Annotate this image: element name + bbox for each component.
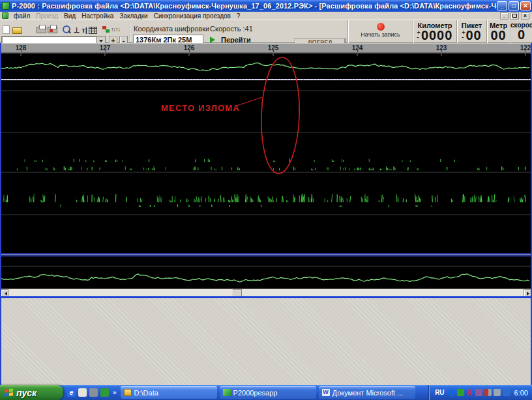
show-desktop-icon[interactable] (78, 388, 87, 397)
task-button-explorer[interactable]: D:\Data (121, 386, 217, 399)
system-tray: RU K 6:00 (429, 385, 532, 400)
horizontal-scrollbar[interactable] (0, 288, 532, 296)
record-icon[interactable] (377, 23, 385, 31)
task-button-p2000[interactable]: P2000pesapp (220, 386, 316, 399)
mdi-minimize-button[interactable]: _ (500, 12, 509, 20)
p2000-app-icon (223, 389, 231, 396)
windows-logo-icon (5, 388, 13, 396)
minimize-button[interactable]: _ (497, 1, 507, 10)
menu-view[interactable]: Вид (64, 12, 81, 20)
start-button[interactable]: пуск (0, 385, 63, 400)
speed-label: Скорость :41 (210, 25, 253, 33)
zoom-icon[interactable] (62, 25, 71, 35)
go-arrow-icon (210, 37, 218, 43)
record-label: Начать запись (348, 31, 413, 38)
meter-value: 00 (490, 29, 506, 41)
menu-bar: файл Проезд Вид Настройка Закладки Синхр… (0, 12, 532, 20)
coordinate-label: Координата шифровки (134, 25, 209, 33)
folder-icon (124, 389, 132, 396)
menu-settings[interactable]: Настройка (81, 12, 119, 20)
window-title: Р-2000 : Расшифровка файла <D:\DATA\Крас… (12, 2, 497, 10)
document-icon (2, 12, 8, 19)
task-button-word[interactable]: W Документ Microsoft ... (319, 386, 415, 399)
counter-kilometer: Километр +- 0000 (413, 20, 457, 44)
print-color-icon[interactable] (48, 27, 57, 33)
menu-help[interactable]: ? (237, 12, 246, 20)
network-tray-icon[interactable] (503, 389, 510, 396)
close-button[interactable]: ✕ (520, 1, 531, 10)
flags-icon[interactable] (102, 25, 111, 35)
maximize-button[interactable]: □ (509, 1, 519, 10)
title-bar: Р-2000 : Расшифровка файла <D:\DATA\Крас… (0, 0, 532, 12)
break-ellipse-annotation (259, 57, 301, 174)
internet-explorer-icon[interactable]: e (67, 388, 76, 397)
bluetooth-tray-icon[interactable] (448, 389, 455, 396)
antivirus-tray-icon[interactable]: K (466, 389, 473, 396)
mdi-restore-button[interactable] (510, 12, 519, 20)
speed-value: 0 (518, 29, 525, 40)
kilometer-ruler: 128 127 126 125 124 123 122 (0, 43, 532, 53)
counter-picket: Пикет +- 00 (457, 20, 487, 44)
app-icon (2, 2, 10, 10)
kilometer-value: 0000 (421, 29, 453, 41)
picket-stepper[interactable]: +- (462, 31, 465, 40)
text-marks-icon[interactable]: т| (80, 25, 89, 35)
media-app-icon[interactable] (100, 388, 109, 397)
language-indicator[interactable]: RU (435, 389, 444, 396)
toolbar: ⊥ т| ↑↓↑↓ + - Координата шифровки 1376Км… (0, 20, 532, 43)
taskbar: пуск e » D:\Data P2000pesapp W Документ … (0, 385, 532, 400)
menu-file[interactable]: файл (14, 12, 36, 20)
picket-value: 00 (466, 29, 482, 41)
system-tool-icon[interactable] (89, 388, 98, 397)
toolbar-separator (130, 23, 131, 41)
counter-meter: Метр 00 (487, 20, 510, 44)
defectogram-chart: МЕСТО ИЗЛОМА (0, 53, 532, 288)
annotation-pointer-line (237, 97, 262, 106)
clock[interactable]: 6:00 (514, 389, 528, 397)
new-icon[interactable] (3, 25, 10, 34)
record-cell: Начать запись (348, 20, 413, 44)
grid-icon[interactable] (89, 27, 97, 34)
security-tray-icon[interactable] (494, 389, 501, 396)
update-tray-icon[interactable] (484, 389, 492, 396)
overflow-chevron-icon[interactable]: » (113, 389, 117, 396)
menu-ride: Проезд (36, 12, 64, 20)
empty-bottom-pane (0, 298, 532, 385)
print-icon[interactable] (37, 27, 46, 33)
menu-sync[interactable]: Синхронизация проездов (154, 12, 237, 20)
quick-launch: e » (63, 388, 121, 397)
violet-tray-icon[interactable] (475, 389, 482, 396)
desktop: Р-2000 : Расшифровка файла <D:\DATA\Крас… (0, 0, 532, 400)
counter-speed: скорость 0 (510, 20, 532, 44)
mdi-close-button[interactable]: x (521, 12, 529, 20)
channels-icon[interactable]: ↑↓↑↓ (111, 25, 121, 35)
break-annotation-text: МЕСТО ИЗЛОМА (161, 103, 240, 113)
counter-panel: Начать запись Километр +- 0000 Пикет +- … (347, 20, 532, 44)
menu-bookmarks[interactable]: Закладки (119, 12, 153, 20)
open-icon[interactable] (12, 27, 22, 34)
window-left-border (0, 43, 1, 385)
kilometer-stepper[interactable]: +- (417, 31, 421, 40)
green-tray-icon[interactable] (457, 389, 464, 396)
word-icon: W (322, 389, 330, 396)
